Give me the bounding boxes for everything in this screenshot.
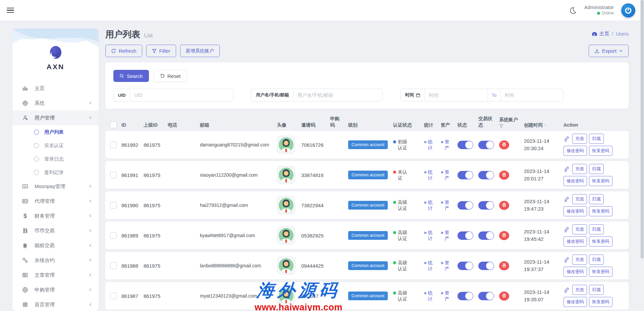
stats-link[interactable]: »统计 — [424, 139, 437, 151]
col-phone[interactable]: 电话 — [168, 122, 200, 128]
stats-link[interactable]: »统计 — [424, 229, 437, 241]
user-avatar-image[interactable] — [277, 287, 295, 305]
ownership-button[interactable]: 归属 — [589, 224, 604, 234]
col-invite-code[interactable]: 邀请码 — [301, 122, 330, 128]
col-trade-status[interactable]: 交易状态 — [478, 116, 496, 128]
assets-link[interactable]: »资产 — [441, 260, 454, 272]
column-filter-icon[interactable] — [499, 124, 503, 128]
col-auth-status[interactable]: 认证状态 — [393, 122, 424, 128]
scrollbar-track[interactable] — [640, 0, 644, 311]
time-to-input[interactable] — [501, 89, 563, 101]
assets-link[interactable]: »资产 — [441, 199, 454, 211]
sidebar-item-id-card[interactable]: 代理管理 — [12, 194, 99, 209]
restore-password-button[interactable]: 恢复密码 — [589, 206, 612, 216]
change-password-button[interactable]: 修改密码 — [564, 297, 587, 307]
assets-link[interactable]: »资产 — [441, 290, 454, 302]
dark-mode-icon[interactable] — [569, 6, 577, 14]
change-password-button[interactable]: 修改密码 — [564, 146, 587, 156]
stats-link[interactable]: »统计 — [424, 169, 437, 181]
sidebar-subitem[interactable]: 用户列表 — [12, 125, 99, 139]
ownership-button[interactable]: 归属 — [589, 255, 604, 265]
sidebar-item-lines[interactable]: 首页管理 — [12, 297, 99, 311]
change-password-button[interactable]: 修改密码 — [564, 176, 587, 186]
change-password-button[interactable]: 修改密码 — [564, 236, 587, 247]
recharge-button[interactable]: 充值 — [572, 134, 587, 144]
change-password-button[interactable]: 修改密码 — [564, 267, 587, 277]
uid-input[interactable] — [130, 89, 233, 101]
col-created-time[interactable]: 创建时间↑ — [524, 122, 564, 128]
search-button[interactable]: Search — [113, 70, 149, 82]
row-checkbox[interactable] — [110, 232, 117, 239]
user-avatar-image[interactable] — [277, 166, 295, 184]
trade-status-toggle[interactable] — [478, 141, 494, 149]
ownership-button[interactable]: 归属 — [589, 164, 604, 174]
assets-link[interactable]: »资产 — [441, 139, 454, 151]
ownership-button[interactable]: 归属 — [589, 134, 604, 144]
restore-password-button[interactable]: 恢复密码 — [589, 176, 612, 186]
scrollbar-thumb[interactable] — [641, 0, 644, 259]
edit-pencil-icon[interactable] — [564, 226, 570, 233]
edit-pencil-icon[interactable] — [564, 166, 570, 172]
recharge-button[interactable]: 充值 — [572, 285, 587, 295]
user-filter-input[interactable] — [293, 89, 382, 101]
select-all-checkbox[interactable] — [110, 122, 117, 128]
sidebar-item-news[interactable]: 文章管理 — [12, 268, 99, 282]
status-toggle[interactable] — [458, 292, 473, 300]
row-checkbox[interactable] — [110, 262, 117, 269]
col-email[interactable]: 邮箱 — [200, 122, 277, 128]
filter-button[interactable]: Filter — [146, 45, 176, 57]
row-checkbox[interactable] — [110, 202, 117, 209]
refresh-button[interactable]: Refresh — [105, 45, 142, 57]
sidebar-item-chart-bar[interactable]: 主页 — [12, 81, 99, 96]
recharge-button[interactable]: 充值 — [572, 164, 587, 174]
assets-link[interactable]: »资产 — [441, 169, 454, 181]
user-avatar-image[interactable] — [277, 136, 295, 154]
row-checkbox[interactable] — [110, 293, 117, 299]
trade-status-toggle[interactable] — [478, 262, 494, 270]
edit-pencil-icon[interactable] — [564, 256, 570, 263]
sidebar-item-gear[interactable]: 系统 — [12, 96, 99, 110]
stats-link[interactable]: »统计 — [424, 260, 437, 272]
ownership-button[interactable]: 归属 — [589, 285, 604, 295]
sidebar-item-dollar[interactable]: $财务管理 — [12, 209, 99, 223]
col-system-account[interactable]: 系统账户 — [499, 117, 524, 128]
edit-pencil-icon[interactable] — [564, 135, 570, 142]
user-info[interactable]: Administrator Online — [584, 4, 614, 16]
stats-link[interactable]: »统计 — [424, 290, 437, 302]
add-system-account-button[interactable]: 新增系统账户 — [180, 45, 220, 57]
edit-pencil-icon[interactable] — [564, 286, 570, 293]
sidebar-subitem[interactable]: 实名认证 — [12, 139, 99, 152]
user-avatar-image[interactable] — [277, 196, 295, 214]
user-avatar[interactable] — [621, 3, 635, 17]
row-checkbox[interactable] — [110, 172, 117, 178]
breadcrumb-home[interactable]: 主页 — [592, 31, 609, 37]
sidebar-item-coin-b[interactable]: B币币交易 — [12, 223, 99, 238]
status-toggle[interactable] — [458, 231, 473, 240]
recharge-button[interactable]: 充值 — [572, 224, 587, 234]
recharge-button[interactable]: 充值 — [572, 194, 587, 204]
trade-status-toggle[interactable] — [478, 292, 494, 300]
trade-status-toggle[interactable] — [478, 231, 494, 240]
change-password-button[interactable]: 修改密码 — [564, 206, 587, 216]
user-avatar-image[interactable] — [277, 257, 295, 275]
status-toggle[interactable] — [458, 141, 473, 149]
trade-status-toggle[interactable] — [478, 171, 494, 179]
sidebar-subitem[interactable]: 登录日志 — [12, 152, 99, 166]
recharge-button[interactable]: 充值 — [572, 255, 587, 265]
row-checkbox[interactable] — [110, 141, 117, 148]
ownership-button[interactable]: 归属 — [589, 194, 604, 204]
assets-link[interactable]: »资产 — [441, 229, 454, 241]
stats-link[interactable]: »统计 — [424, 199, 437, 211]
col-level[interactable]: 级别 — [348, 122, 393, 128]
col-status[interactable]: 状态 — [458, 122, 478, 128]
sidebar-item-user[interactable]: 用户管理 — [12, 110, 99, 125]
sidebar-item-chain-link[interactable]: 永续合约 — [12, 253, 99, 268]
restore-password-button[interactable]: 恢复密码 — [589, 236, 612, 247]
col-parent-id[interactable]: 上级ID — [144, 122, 168, 128]
sidebar-item-cc-card[interactable]: CCMoonpay管理 — [12, 179, 99, 194]
time-from-input[interactable] — [425, 89, 487, 101]
status-toggle[interactable] — [458, 262, 473, 270]
sidebar-item-lifebuoy[interactable]: 申购管理 — [12, 282, 99, 297]
col-id[interactable]: ID — [121, 122, 144, 128]
menu-toggle-icon[interactable] — [7, 6, 14, 14]
